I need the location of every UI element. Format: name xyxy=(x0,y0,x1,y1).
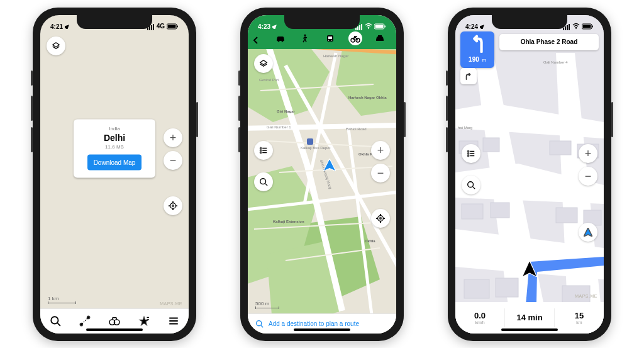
nav-distance: 15 km xyxy=(555,302,604,334)
map-label: Harkesh Nagar xyxy=(323,54,348,58)
plus-icon: + xyxy=(170,132,177,143)
toolbar-search[interactable] xyxy=(49,315,62,327)
turn-distance: 190 xyxy=(469,56,479,63)
map-label: Gali Number 4 xyxy=(543,60,568,64)
svg-rect-58 xyxy=(491,203,509,218)
layers-icon xyxy=(52,42,60,50)
search-icon xyxy=(50,315,61,327)
mode-bike[interactable] xyxy=(348,31,362,45)
transit-icon xyxy=(325,33,335,43)
toolbar-menu[interactable] xyxy=(167,315,180,327)
toolbar-bookmarks[interactable] xyxy=(138,315,150,327)
locate-me-button[interactable] xyxy=(164,196,182,215)
home-indicator xyxy=(86,328,143,331)
location-services-icon xyxy=(480,24,485,29)
download-map-button[interactable]: Download Map xyxy=(87,155,142,171)
status-time: 4:21 xyxy=(50,23,63,30)
zoom-out-button[interactable]: − xyxy=(164,151,182,170)
phone-route-planner: Harkesh Nagar Govind Puri Giri Nagar Gal… xyxy=(240,8,404,341)
home-indicator xyxy=(294,328,350,331)
car-icon xyxy=(275,33,286,43)
home-indicator xyxy=(501,328,558,331)
list-icon xyxy=(259,146,268,155)
locate-me-button[interactable] xyxy=(371,209,390,228)
watermark: MAPS.ME xyxy=(575,294,597,298)
svg-rect-54 xyxy=(483,138,499,152)
layers-button[interactable] xyxy=(254,54,273,73)
svg-rect-59 xyxy=(556,208,577,223)
battery-icon xyxy=(374,23,386,30)
battery-icon xyxy=(167,23,179,30)
svg-rect-61 xyxy=(464,279,489,298)
svg-rect-57 xyxy=(462,204,483,219)
map-label: Okhla xyxy=(365,239,375,243)
list-icon xyxy=(467,149,475,158)
location-services-icon xyxy=(65,24,70,29)
zoom-out-button[interactable]: − xyxy=(371,164,390,182)
current-location-arrow-icon xyxy=(323,159,336,171)
turn-unit: m xyxy=(482,57,486,63)
navigation-cursor-icon xyxy=(521,261,538,277)
next-turn-panel xyxy=(460,68,477,84)
mode-transit[interactable] xyxy=(323,31,337,45)
binoculars-icon xyxy=(109,315,120,327)
target-icon xyxy=(169,201,177,210)
mode-walk[interactable] xyxy=(298,31,312,45)
turn-instruction-panel: 190 m xyxy=(460,31,494,68)
search-icon xyxy=(255,320,264,328)
route-icon xyxy=(79,315,91,327)
watermark: MAPS.ME xyxy=(160,301,182,306)
toolbar-discover[interactable] xyxy=(108,315,121,327)
map-label: Harkesh Nagar Okhla xyxy=(348,96,382,100)
list-view-button[interactable] xyxy=(254,141,273,160)
minus-icon: − xyxy=(170,155,177,166)
card-country: India xyxy=(81,126,148,132)
card-city: Delhi xyxy=(81,133,148,143)
zoom-in-button[interactable]: + xyxy=(579,144,597,163)
svg-rect-55 xyxy=(550,141,571,155)
wifi-icon xyxy=(572,23,580,30)
nav-arrow-icon xyxy=(584,228,592,237)
battery-icon xyxy=(582,23,594,30)
turn-left-icon xyxy=(469,34,486,53)
scale-indicator: 500 m xyxy=(255,301,279,308)
mode-car[interactable] xyxy=(274,31,287,45)
phone-download-map: 4:21 4G + − India Delhi 11.6 MB Download… xyxy=(33,8,196,341)
map-label: hai Marg xyxy=(458,126,472,130)
map-label: Gali Number 1 xyxy=(267,125,291,129)
nav-speed: 0.0 km/h xyxy=(455,302,504,334)
card-size: 11.6 MB xyxy=(81,144,148,150)
search-button[interactable] xyxy=(462,176,480,194)
search-icon xyxy=(467,181,475,189)
mode-taxi[interactable] xyxy=(373,31,387,45)
search-icon xyxy=(259,177,268,186)
recenter-button[interactable] xyxy=(579,223,597,242)
svg-rect-45 xyxy=(307,138,313,145)
target-icon xyxy=(376,214,385,223)
scale-indicator: 1 km xyxy=(48,296,76,303)
chevron-left-icon xyxy=(251,35,261,45)
zoom-in-button[interactable]: + xyxy=(164,128,182,147)
map-label: Kalkaji Bus Depot xyxy=(301,146,326,150)
map-label: Kalkaji Extension xyxy=(273,220,304,224)
status-time: 4:23 xyxy=(258,23,270,30)
bike-icon xyxy=(350,33,360,43)
list-view-button[interactable] xyxy=(462,144,480,163)
search-button[interactable] xyxy=(254,172,273,191)
minus-icon: − xyxy=(585,171,592,182)
layers-button[interactable] xyxy=(47,36,65,55)
status-time: 4:24 xyxy=(465,23,478,30)
wifi-icon xyxy=(365,23,372,30)
zoom-out-button[interactable]: − xyxy=(579,167,597,186)
menu-icon xyxy=(168,315,179,327)
back-button[interactable] xyxy=(248,35,264,45)
map-label: Giri Nagar xyxy=(277,109,295,113)
toolbar-route[interactable] xyxy=(79,315,91,327)
turn-right-icon xyxy=(464,72,473,81)
map-label: Govind Puri xyxy=(259,78,279,82)
layers-icon xyxy=(259,59,268,68)
zoom-in-button[interactable]: + xyxy=(371,141,390,160)
svg-rect-62 xyxy=(496,278,518,297)
plus-icon: + xyxy=(585,148,592,159)
download-map-card: India Delhi 11.6 MB Download Map xyxy=(74,120,155,178)
